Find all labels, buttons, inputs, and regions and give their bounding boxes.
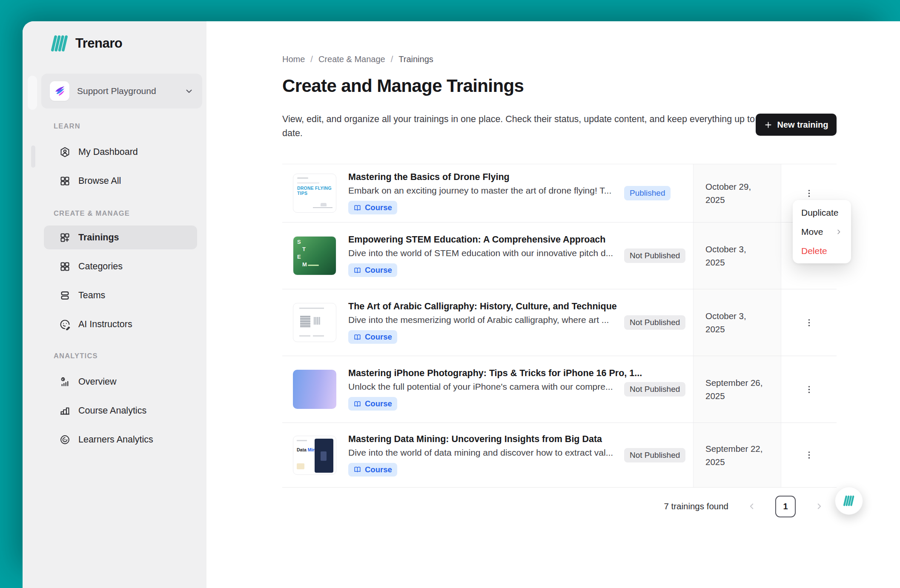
sidebar-item-trainings[interactable]: Trainings bbox=[44, 225, 197, 249]
training-row[interactable]: The Art of Arabic Calligraphy: History, … bbox=[282, 289, 837, 356]
sidebar-item-ai-instructors[interactable]: AI Instructors bbox=[44, 312, 197, 336]
menu-item-duplicate[interactable]: Duplicate bbox=[793, 203, 851, 222]
training-thumbnail: ST EM bbox=[293, 236, 336, 275]
sidebar-item-label: Course Analytics bbox=[78, 405, 146, 416]
training-title: The Art of Arabic Calligraphy: History, … bbox=[348, 301, 624, 312]
stacked-rows-icon bbox=[59, 290, 71, 301]
trainings-list: DRONE FLYINGTIPS Mastering the Basics of… bbox=[282, 164, 837, 525]
kebab-icon bbox=[804, 318, 814, 328]
plus-icon bbox=[764, 120, 773, 129]
sidebar-item-my-dashboard[interactable]: My Dashboard bbox=[44, 140, 197, 164]
menu-item-move[interactable]: Move bbox=[793, 222, 851, 241]
sidebar-item-overview[interactable]: Overview bbox=[44, 370, 197, 394]
workspace-bird-icon bbox=[50, 81, 69, 101]
sidebar-item-label: Browse All bbox=[78, 176, 121, 186]
row-menu-button[interactable] bbox=[800, 314, 818, 331]
training-title: Mastering the Basics of Drone Flying bbox=[348, 172, 624, 183]
kebab-icon bbox=[804, 188, 814, 198]
book-icon bbox=[353, 333, 361, 341]
current-page[interactable]: 1 bbox=[775, 496, 796, 517]
course-type-badge: Course bbox=[348, 201, 397, 214]
training-thumbnail bbox=[293, 303, 336, 342]
section-label-learn: LEARN bbox=[54, 122, 80, 130]
bar-chart-icon bbox=[59, 405, 71, 417]
gauge-bars-icon bbox=[59, 376, 71, 388]
training-description: Dive into the mesmerizing world of Arabi… bbox=[348, 315, 624, 325]
previous-page-button[interactable] bbox=[745, 500, 758, 513]
target-spiral-icon bbox=[59, 434, 71, 445]
section-label-analytics: ANALYTICS bbox=[54, 352, 98, 360]
menu-item-delete[interactable]: Delete bbox=[793, 241, 851, 260]
sidebar-item-label: Teams bbox=[78, 290, 105, 301]
status-badge: Published bbox=[624, 186, 671, 200]
status-badge: Not Published bbox=[624, 315, 685, 330]
course-type-badge: Course bbox=[348, 397, 397, 411]
row-menu-button[interactable] bbox=[800, 184, 818, 202]
course-type-badge: Course bbox=[348, 263, 397, 277]
training-description: Embark on an exciting journey to master … bbox=[348, 186, 624, 196]
breadcrumb-create-manage[interactable]: Create & Manage bbox=[318, 54, 385, 64]
drawer-edge-highlight bbox=[31, 146, 35, 168]
nav-group-create-manage: Trainings Categories Teams bbox=[44, 225, 197, 341]
course-type-badge: Course bbox=[348, 463, 397, 477]
trenaro-logo-icon bbox=[843, 494, 855, 507]
book-icon bbox=[353, 465, 361, 474]
sidebar-item-teams[interactable]: Teams bbox=[44, 283, 197, 307]
sidebar: Trenaro Support Playground LEARN bbox=[23, 21, 207, 588]
training-title: Mastering iPhone Photography: Tips & Tri… bbox=[348, 368, 624, 379]
training-date: September 22, 2025 bbox=[693, 423, 781, 487]
user-hexagon-icon bbox=[59, 146, 71, 158]
next-page-button[interactable] bbox=[813, 500, 825, 513]
book-icon bbox=[353, 204, 361, 212]
training-title: Empowering STEM Education: A Comprehensi… bbox=[348, 234, 624, 245]
main-content: Home / Create & Manage / Trainings Creat… bbox=[206, 21, 900, 588]
training-thumbnail: Data Mining bbox=[293, 436, 336, 475]
training-date: September 26, 2025 bbox=[693, 356, 781, 422]
trenaro-logo-icon bbox=[50, 34, 69, 53]
sidebar-item-label: AI Instructors bbox=[78, 319, 132, 330]
nav-group-learn: My Dashboard Browse All bbox=[44, 140, 197, 198]
training-date: October 29, 2025 bbox=[693, 164, 781, 222]
workspace-selector[interactable]: Support Playground bbox=[41, 74, 202, 108]
training-date: October 3, 2025 bbox=[693, 223, 781, 289]
floating-brand-button[interactable] bbox=[835, 487, 863, 515]
nav-group-analytics: Overview Course Analytics bbox=[44, 370, 197, 457]
sidebar-item-course-analytics[interactable]: Course Analytics bbox=[44, 399, 197, 422]
training-row[interactable]: DRONE FLYINGTIPS Mastering the Basics of… bbox=[282, 164, 837, 223]
brand-name: Trenaro bbox=[75, 36, 122, 51]
chevron-down-icon bbox=[184, 86, 194, 96]
training-row[interactable]: Data Mining Mastering Data Mining: Uncov… bbox=[282, 423, 837, 488]
sidebar-item-browse-all[interactable]: Browse All bbox=[44, 169, 197, 193]
row-menu-button[interactable] bbox=[800, 380, 818, 398]
breadcrumb-separator: / bbox=[310, 54, 313, 64]
status-badge: Not Published bbox=[624, 248, 685, 263]
breadcrumb-separator: / bbox=[391, 54, 393, 64]
row-context-menu: Duplicate Move Delete bbox=[793, 200, 851, 263]
training-date: October 3, 2025 bbox=[693, 289, 781, 356]
chevron-left-icon bbox=[747, 502, 757, 511]
training-row[interactable]: Mastering iPhone Photography: Tips & Tri… bbox=[282, 356, 837, 423]
sidebar-item-label: My Dashboard bbox=[78, 147, 138, 157]
smiley-pen-icon bbox=[59, 319, 71, 330]
training-description: Unlock the full potential of your iPhone… bbox=[348, 382, 624, 392]
sidebar-item-label: Overview bbox=[78, 377, 117, 387]
training-row[interactable]: ST EM Empowering STEM Education: A Compr… bbox=[282, 223, 837, 289]
status-badge: Not Published bbox=[624, 382, 685, 397]
sidebar-item-categories[interactable]: Categories bbox=[44, 254, 197, 278]
new-training-button[interactable]: New training bbox=[756, 114, 837, 136]
breadcrumb: Home / Create & Manage / Trainings bbox=[282, 54, 433, 64]
book-icon bbox=[353, 400, 361, 408]
sidebar-item-label: Learners Analytics bbox=[78, 434, 153, 445]
app-window: Trenaro Support Playground LEARN bbox=[23, 21, 900, 588]
page-title: Create and Manage Trainings bbox=[282, 76, 524, 96]
brand-logo[interactable]: Trenaro bbox=[50, 33, 122, 54]
training-description: Dive into the world of STEM education wi… bbox=[348, 248, 624, 258]
row-menu-button[interactable] bbox=[800, 446, 818, 464]
grid-icon bbox=[59, 261, 71, 272]
section-label-create-manage: CREATE & MANAGE bbox=[54, 209, 130, 217]
breadcrumb-home[interactable]: Home bbox=[282, 54, 305, 64]
sidebar-item-learners-analytics[interactable]: Learners Analytics bbox=[44, 428, 197, 451]
book-icon bbox=[353, 266, 361, 274]
status-badge: Not Published bbox=[624, 448, 685, 462]
drawer-edge-highlight bbox=[28, 76, 37, 110]
